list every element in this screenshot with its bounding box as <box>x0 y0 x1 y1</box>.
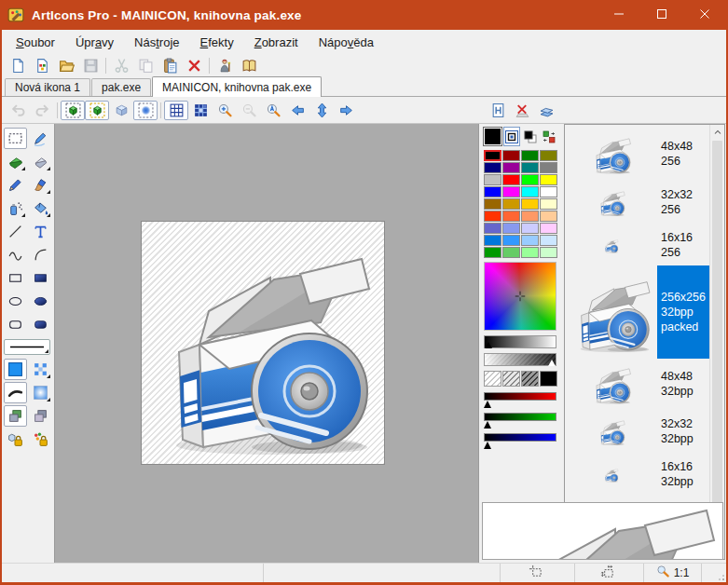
menu-zobrazit[interactable]: Zobrazit <box>244 33 309 52</box>
pattern-solid[interactable] <box>540 371 557 387</box>
format-32x32-256[interactable]: 32x32 256 <box>565 180 709 224</box>
palette-color[interactable] <box>521 223 539 234</box>
toolbar-new-frame[interactable] <box>486 101 510 120</box>
tool-line[interactable] <box>4 221 27 242</box>
format-16x16-32bpp[interactable]: 16x16 32bpp <box>565 454 709 495</box>
tool-arc[interactable] <box>29 244 52 265</box>
window-close[interactable] <box>683 0 726 30</box>
tool-roundrect-outline[interactable] <box>4 314 27 335</box>
tool-pencil[interactable] <box>4 174 27 196</box>
palette-color[interactable] <box>484 235 501 246</box>
palette-color[interactable] <box>521 186 539 197</box>
palette-color[interactable] <box>484 174 501 185</box>
tool-ellipse-outline[interactable] <box>4 291 27 312</box>
palette-color[interactable] <box>540 235 557 246</box>
window-maximize[interactable] <box>640 0 683 30</box>
tool-eraser[interactable] <box>29 151 52 172</box>
menu-napoveda[interactable]: Nápověda <box>309 33 384 52</box>
format-48x48-256[interactable]: 48x48 256 <box>565 128 709 180</box>
toolbar-shift-right[interactable] <box>334 101 358 120</box>
slider-marker[interactable] <box>484 421 491 429</box>
palette-color[interactable] <box>540 223 557 234</box>
window-minimize[interactable] <box>598 0 640 30</box>
palette-color[interactable] <box>521 235 539 246</box>
palette-color[interactable] <box>540 247 557 258</box>
toolbar-draw-normal[interactable] <box>61 101 85 120</box>
format-256x256-32bpp-packed[interactable]: 256x256 32bpp packed <box>565 265 709 359</box>
toolbar-help-book[interactable] <box>237 56 261 75</box>
opacity-slider[interactable] <box>484 353 556 366</box>
toolbar-draw-transparent[interactable] <box>85 101 109 120</box>
toolbar-show-detail-grid[interactable] <box>188 101 213 120</box>
palette-color[interactable] <box>521 211 539 222</box>
background-color-button[interactable] <box>503 127 521 146</box>
toolbar-paste[interactable] <box>158 56 182 75</box>
palette-color[interactable] <box>502 150 520 161</box>
palette-color[interactable] <box>540 186 557 197</box>
menu-efekty[interactable]: Efekty <box>190 33 244 52</box>
palette-color[interactable] <box>540 198 557 210</box>
slider-blue-channel[interactable] <box>484 433 556 442</box>
slider-marker[interactable] <box>484 401 491 408</box>
tool-lock-colors[interactable] <box>29 429 52 450</box>
format-48x48-32bpp[interactable]: 48x48 32bpp <box>565 359 709 409</box>
palette-color[interactable] <box>521 174 539 185</box>
toolbar-zoom-actual[interactable] <box>261 101 285 120</box>
tool-spray[interactable] <box>4 197 27 219</box>
swap-colors-button[interactable] <box>540 127 557 146</box>
tool-roundrect-filled[interactable] <box>29 314 52 335</box>
palette-color[interactable] <box>484 162 501 173</box>
pattern-medium[interactable] <box>502 371 520 387</box>
palette-color[interactable] <box>521 162 539 173</box>
menu-nastroje[interactable]: Nástroje <box>124 33 189 52</box>
tool-dither-pattern[interactable] <box>29 359 52 380</box>
opacity-marker[interactable] <box>548 360 556 366</box>
brightness-marker[interactable] <box>485 342 492 348</box>
toolbar-shift-left[interactable] <box>285 101 309 120</box>
palette-color[interactable] <box>540 211 557 222</box>
tab-mainicon-knihovna-pak-exe[interactable]: MAINICON, knihovna pak.exe <box>152 76 322 97</box>
tool-text[interactable] <box>29 221 52 242</box>
toolbar-delete[interactable] <box>182 56 206 75</box>
tool-lock-drawing[interactable] <box>4 429 27 450</box>
tool-brush[interactable] <box>29 174 52 196</box>
tool-pen[interactable] <box>29 128 52 149</box>
tool-layer-back[interactable] <box>29 405 52 427</box>
pattern-light[interactable] <box>484 371 501 387</box>
toolbar-frame-stack[interactable] <box>534 101 558 120</box>
resize-grip[interactable] <box>702 564 726 582</box>
palette-color[interactable] <box>521 247 539 258</box>
toolbar-test-3d[interactable] <box>109 101 133 120</box>
palette-color[interactable] <box>502 235 520 246</box>
slider-green-channel[interactable] <box>484 413 556 421</box>
tool-smooth-stroke[interactable] <box>4 382 27 403</box>
tool-line-width[interactable] <box>4 339 50 355</box>
palette-color[interactable] <box>484 211 501 222</box>
tab-pak-exe[interactable]: pak.exe <box>91 78 151 96</box>
palette-color[interactable] <box>484 186 501 197</box>
format-16x16-256[interactable]: 16x16 256 <box>565 224 709 265</box>
palette-color[interactable] <box>502 223 520 234</box>
list-scrollbar[interactable] <box>709 125 724 559</box>
palette-color[interactable] <box>502 186 520 197</box>
toolbar-delete-frame[interactable] <box>510 101 534 120</box>
toolbar-zoom-in[interactable] <box>213 101 237 120</box>
toolbar-open[interactable] <box>54 56 78 75</box>
tool-ellipse-filled[interactable] <box>29 291 52 312</box>
tab-nova-ikona-1[interactable]: Nová ikona 1 <box>5 78 90 96</box>
menu-soubor[interactable]: Soubor <box>6 33 65 52</box>
scroll-thumb[interactable] <box>712 141 722 543</box>
tool-foreground-color[interactable] <box>4 359 27 380</box>
palette-color[interactable] <box>540 150 557 161</box>
palette-color[interactable] <box>502 247 520 258</box>
tool-eraser-soft[interactable] <box>4 151 27 172</box>
tool-curve[interactable] <box>4 244 27 265</box>
preview-viewport[interactable] <box>482 502 723 560</box>
tool-rect-outline[interactable] <box>4 267 27 289</box>
pattern-dark[interactable] <box>521 371 539 387</box>
color-picker-field[interactable] <box>484 262 556 331</box>
palette-color[interactable] <box>484 223 501 234</box>
tool-layer-front[interactable] <box>4 405 27 427</box>
menu-upravy[interactable]: Úpravy <box>65 33 124 52</box>
palette-color[interactable] <box>521 198 539 210</box>
